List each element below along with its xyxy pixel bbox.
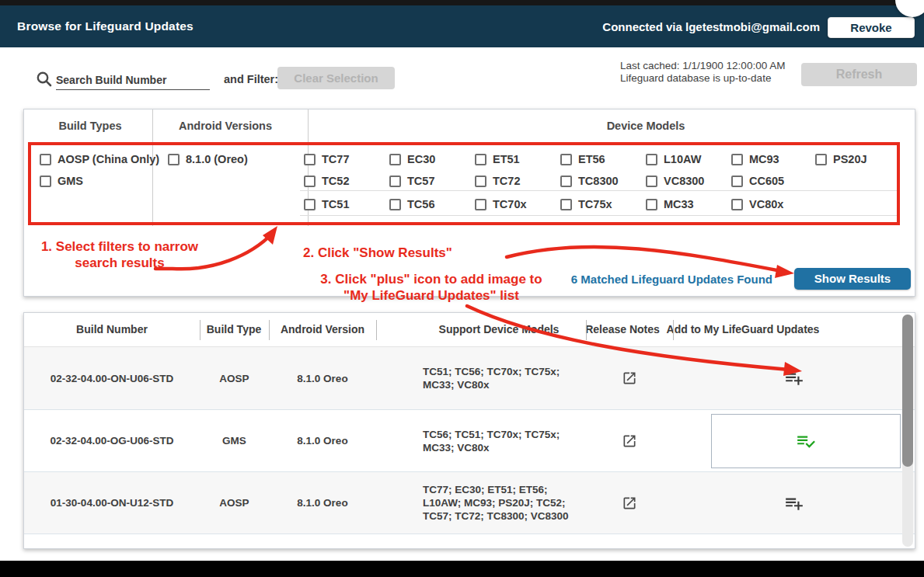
- col-device-models: Support Device Models: [439, 323, 560, 335]
- row-divider: [300, 190, 900, 191]
- external-link-icon[interactable]: [622, 495, 637, 511]
- device-models-header: Device Models: [607, 120, 685, 132]
- db-status-text: Lifeguard database is up-to-date: [620, 72, 785, 85]
- page-title: Browse for Lifeguard Updates: [17, 19, 194, 33]
- external-link-icon[interactable]: [622, 370, 637, 386]
- header-divider: [269, 320, 270, 340]
- scrollbar-thumb[interactable]: [902, 315, 913, 467]
- app-header: Browse for Lifeguard Updates Connected v…: [0, 5, 924, 47]
- device-model-checkbox-item[interactable]: VC8300: [646, 175, 704, 187]
- device-model-checkbox-item[interactable]: EC30: [389, 153, 435, 165]
- device-model-checkbox-item[interactable]: TC75x: [560, 198, 612, 210]
- android-version-cell: 8.1.0 Oreo: [269, 497, 376, 509]
- build-type-checkbox-item[interactable]: GMS: [40, 175, 83, 187]
- checkbox[interactable]: [389, 199, 401, 210]
- device-model-checkbox-item[interactable]: TC72: [475, 175, 520, 187]
- checkbox[interactable]: [304, 176, 316, 187]
- refresh-button[interactable]: Refresh: [801, 63, 917, 86]
- device-model-checkbox-item[interactable]: TC8300: [560, 175, 619, 187]
- revoke-button[interactable]: Revoke: [828, 17, 915, 38]
- android-version-cell: 8.1.0 Oreo: [269, 435, 376, 447]
- checkbox[interactable]: [646, 176, 657, 187]
- add-to-list-cell: [673, 368, 915, 388]
- build-number-cell: 01-30-04.00-ON-U12-STD: [24, 497, 200, 509]
- device-model-checkbox-item[interactable]: TC56: [389, 198, 434, 210]
- checkbox[interactable]: [389, 154, 401, 165]
- header-divider: [376, 320, 377, 340]
- build-number-cell: 02-32-04.00-ON-U06-STD: [24, 373, 200, 384]
- col-add-to-list: Add to My LifeGuard Updates: [667, 323, 820, 335]
- column-divider: [152, 109, 153, 226]
- header-divider: [673, 320, 674, 340]
- checkbox[interactable]: [304, 199, 316, 210]
- device-model-checkbox-item[interactable]: TC51: [304, 198, 349, 210]
- col-android-version: Android Version: [281, 323, 364, 335]
- playlist-add-icon[interactable]: [784, 493, 804, 513]
- results-table-body: 02-32-04.00-ON-U06-STDAOSP8.1.0 OreoTC51…: [24, 347, 915, 548]
- checkbox[interactable]: [389, 176, 401, 187]
- row-divider: [300, 215, 900, 216]
- build-type-checkbox-item[interactable]: AOSP (China Only): [40, 153, 159, 165]
- release-notes-cell: [586, 495, 673, 511]
- checkbox[interactable]: [815, 154, 827, 165]
- playlist-added-check-icon[interactable]: [796, 431, 816, 451]
- search-build-number-input[interactable]: [56, 70, 210, 90]
- device-model-checkbox-item[interactable]: MC93: [731, 153, 779, 165]
- checkbox[interactable]: [560, 199, 572, 210]
- device-model-checkbox-item[interactable]: TC57: [389, 175, 434, 187]
- device-model-checkbox-item[interactable]: TC70x: [475, 198, 527, 210]
- header-divider: [200, 320, 200, 340]
- results-panel: Build Number Build Type Android Version …: [23, 312, 915, 549]
- annotation-step1: 1. Select filters to narrow search resul…: [35, 238, 204, 271]
- device-model-checkbox-item[interactable]: TC52: [304, 175, 349, 187]
- playlist-add-icon[interactable]: [784, 368, 804, 388]
- col-release-notes: Release Notes: [585, 323, 660, 335]
- checkbox[interactable]: [304, 154, 316, 165]
- footer-bar: [0, 561, 924, 577]
- device-model-checkbox-item[interactable]: ET51: [475, 153, 520, 165]
- checkbox[interactable]: [646, 154, 657, 165]
- checkbox[interactable]: [475, 199, 486, 210]
- header-divider: [586, 320, 587, 340]
- col-build-number: Build Number: [76, 323, 148, 335]
- checkbox[interactable]: [40, 154, 51, 165]
- search-icon: [35, 70, 54, 89]
- checkbox[interactable]: [40, 176, 51, 187]
- checkbox[interactable]: [560, 176, 572, 187]
- release-notes-cell: [586, 433, 673, 449]
- scrollbar-track[interactable]: [902, 315, 913, 547]
- device-model-checkbox-item[interactable]: TC77: [304, 153, 349, 165]
- and-filter-label: and Filter:: [224, 73, 278, 85]
- device-model-checkbox-item[interactable]: MC33: [646, 198, 694, 210]
- device-model-checkbox-item[interactable]: VC80x: [731, 198, 783, 210]
- device-models-cell: TC56; TC51; TC70x; TC75x; MC33; VC80x: [376, 428, 586, 454]
- browser-top-strip: [0, 0, 924, 5]
- device-model-checkbox-item[interactable]: PS20J: [815, 153, 867, 165]
- show-results-button[interactable]: Show Results: [794, 268, 911, 290]
- build-number-cell: 02-32-04.00-OG-U06-STD: [24, 435, 200, 447]
- results-table-header: Build Number Build Type Android Version …: [24, 313, 915, 347]
- device-model-checkbox-item[interactable]: ET56: [560, 153, 605, 165]
- checkbox[interactable]: [475, 154, 486, 165]
- checkbox[interactable]: [731, 154, 743, 165]
- clear-selection-button[interactable]: Clear Selection: [277, 67, 395, 89]
- checkbox[interactable]: [475, 176, 486, 187]
- checkbox[interactable]: [560, 154, 572, 165]
- android-version-cell: 8.1.0 Oreo: [269, 373, 376, 384]
- android-versions-header: Android Versions: [179, 120, 272, 132]
- device-model-checkbox-item[interactable]: CC605: [731, 175, 784, 187]
- checkbox[interactable]: [168, 154, 180, 165]
- partial-next-row: [24, 534, 915, 548]
- checkbox[interactable]: [646, 199, 657, 210]
- device-model-checkbox-item[interactable]: L10AW: [646, 153, 701, 165]
- result-row: 02-32-04.00-ON-U06-STDAOSP8.1.0 OreoTC51…: [24, 347, 915, 409]
- checkbox[interactable]: [731, 176, 743, 187]
- android-version-checkbox-item[interactable]: 8.1.0 (Oreo): [168, 153, 248, 165]
- external-link-icon[interactable]: [622, 433, 637, 449]
- checkbox[interactable]: [731, 199, 743, 210]
- build-type-cell: AOSP: [200, 373, 269, 384]
- build-type-cell: AOSP: [200, 497, 269, 509]
- build-types-header: Build Types: [58, 120, 121, 132]
- add-to-list-cell: [673, 493, 915, 513]
- matched-updates-label: 6 Matched Lifeguard Updates Found: [571, 273, 772, 286]
